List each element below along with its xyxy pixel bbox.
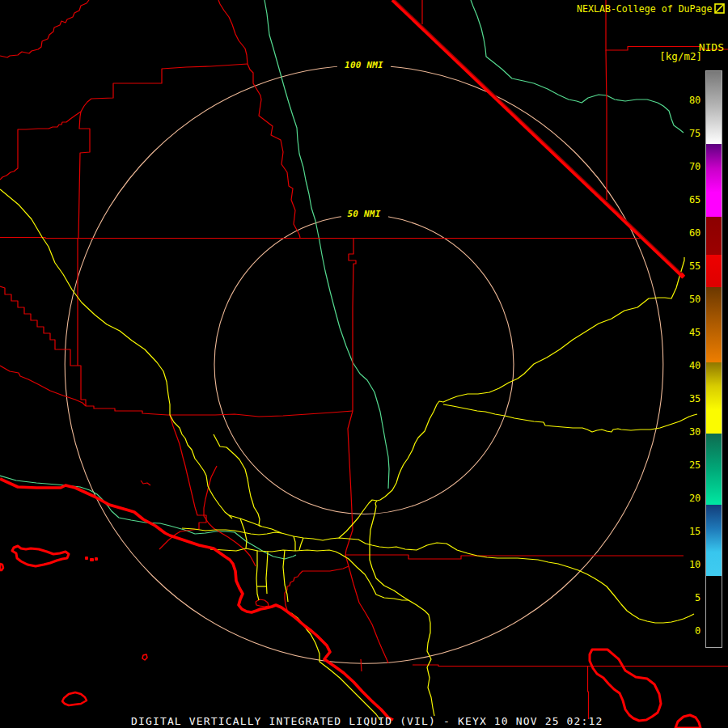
state-border-line (392, 0, 684, 277)
island-outline-7 (86, 557, 87, 559)
logo-slash (716, 5, 724, 13)
county-line-15 (0, 286, 86, 406)
colorbar-tick-45: 45 (676, 328, 700, 337)
colorbar-tick-5: 5 (676, 593, 700, 603)
highway-line-17 (299, 538, 303, 550)
island-outline-1 (12, 546, 69, 566)
cod-window-logo-icon (714, 3, 725, 14)
product-title: DIGITAL VERTICALLY INTEGRATED LIQUID (VI… (131, 717, 603, 726)
colorbar-segment-2 (706, 144, 722, 217)
county-line-8 (413, 665, 728, 667)
colorbar-tick-75: 75 (676, 129, 700, 138)
brand-text: NEXLAB-College of DuPage (577, 4, 713, 14)
island-outline-3 (590, 650, 661, 721)
colorbar-segment-1 (706, 71, 722, 144)
highway-line-16 (294, 536, 295, 551)
county-line-14 (86, 406, 353, 417)
island-outline-9 (95, 558, 97, 560)
colorbar-tick-15: 15 (676, 527, 700, 536)
highway-line-15 (240, 518, 247, 548)
colorbar-tick-55: 55 (676, 261, 700, 271)
county-line-7 (361, 659, 362, 671)
radar-display: 50 NMI100 NMI NEXLAB-College of DuPage N… (0, 0, 728, 728)
county-line-12 (606, 50, 607, 200)
island-outline-2 (0, 564, 3, 570)
colorbar-tick-10: 10 (676, 560, 700, 569)
colorbar (705, 70, 722, 648)
colorbar-segment-5 (706, 287, 722, 362)
highway-line-12 (443, 404, 697, 432)
county-line-1 (0, 0, 89, 57)
state-border-tip (681, 274, 684, 277)
colorbar-tick-60: 60 (676, 228, 700, 238)
highway-line-2 (229, 515, 694, 623)
colorbar-segment-7 (706, 434, 722, 505)
river-line-2 (471, 0, 684, 133)
range-ring-50-NMI (214, 215, 514, 514)
colorbar-segment-6 (706, 362, 722, 434)
island-outline-4 (62, 692, 87, 705)
colorbar-tick-80: 80 (676, 95, 700, 105)
county-line-2 (218, 0, 300, 238)
highway-line-3 (210, 548, 408, 600)
highway-line-7 (266, 552, 268, 594)
highway-line-6 (256, 551, 259, 600)
island-outline-5 (142, 654, 147, 660)
island-outline-8 (91, 559, 93, 561)
island-outline-6 (675, 715, 700, 728)
colorbar-segment-4 (706, 255, 722, 287)
county-line-6 (345, 239, 388, 664)
colorbar-tick-20: 20 (676, 493, 700, 503)
county-line-20 (285, 566, 349, 610)
county-line-21 (256, 599, 269, 607)
colorbar-tick-0: 0 (676, 626, 700, 636)
legend-units: [kg/m2] (659, 52, 702, 61)
highway-line-10 (339, 500, 377, 538)
colorbar-tick-65: 65 (676, 195, 700, 205)
colorbar-segment-8 (706, 505, 722, 577)
colorbar-tick-70: 70 (676, 162, 700, 171)
county-line-3 (0, 64, 248, 180)
colorbar-tick-50: 50 (676, 294, 700, 304)
county-line-4 (78, 112, 90, 238)
colorbar-tick-40: 40 (676, 361, 700, 370)
colorbar-segment-3 (706, 217, 722, 255)
colorbar-tick-25: 25 (676, 460, 700, 470)
ring-label-100-NMI: 100 NMI (345, 60, 383, 70)
radar-map: 50 NMI100 NMI (0, 0, 728, 728)
colorbar-tick-30: 30 (676, 427, 700, 437)
coastline (0, 479, 393, 720)
county-line-17 (0, 366, 86, 406)
county-line-22 (141, 480, 150, 485)
ring-label-50-NMI: 50 NMI (348, 209, 381, 219)
highway-line-11 (377, 257, 684, 501)
highway-line-13 (214, 434, 260, 527)
county-line-5 (0, 238, 642, 239)
colorbar-tick-35: 35 (676, 394, 700, 404)
colorbar-segment-9 (706, 576, 722, 645)
legend-title: NIDS (699, 43, 724, 52)
county-line-9 (588, 666, 589, 719)
highway-line-4 (370, 501, 434, 716)
